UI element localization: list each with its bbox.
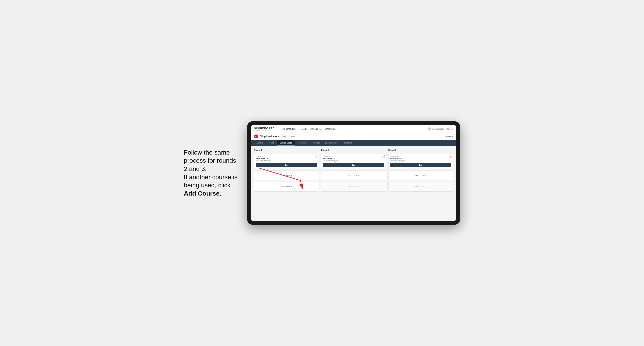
- tablet-screen: SCOREBOARD Powered by clippd TOURNAMENTS…: [251, 125, 456, 221]
- tab-leaderboards[interactable]: Leaderboards: [322, 140, 340, 146]
- round-3-plus-icon-2: +: [425, 185, 426, 188]
- round-2-course-tag: (Course A): [323, 155, 384, 157]
- round-3-add-course-1[interactable]: Add Course +: [388, 170, 453, 180]
- round-1-add-course-2[interactable]: Add Course +: [254, 182, 319, 192]
- round-1-plus-icon-1: +: [291, 174, 292, 176]
- round-3-delete-button[interactable]: ×: [449, 155, 452, 158]
- round-2-column: Round 2 × (Course A) Peachtree GC Yellow…: [321, 149, 386, 192]
- round-3-add-course-text-2: Add Course +: [415, 185, 426, 188]
- instruction-text: Follow the same process for rounds 2 and…: [184, 149, 238, 197]
- sub-header: C Clippd Invitational Men Hosting Cancel…: [251, 133, 456, 140]
- nav-separator: |: [445, 128, 446, 130]
- tab-details[interactable]: Details: [254, 140, 266, 146]
- brand-title: SCOREBOARD: [254, 127, 274, 130]
- round-1-course-card: × (Course A) Peachtree GC Yellow (M) (66…: [254, 154, 319, 169]
- round-2-plus-icon-2: +: [358, 185, 359, 188]
- round-2-plus-icon-1: +: [358, 174, 359, 176]
- round-3-plus-icon-1: +: [425, 174, 426, 176]
- round-2-add-course-text-1: Add Course +: [348, 174, 359, 176]
- round-1-course-name: Peachtree GC: [256, 158, 317, 160]
- round-1-column: Round 1 × (Course A) Peachtree GC Yellow…: [254, 149, 319, 192]
- round-1-add-course-1[interactable]: Add Course +: [254, 170, 319, 180]
- round-2-course-details: Yellow (M) (6629 yds): [323, 160, 384, 162]
- round-2-delete-button[interactable]: ×: [382, 155, 384, 158]
- round-2-add-course-1[interactable]: Add Course +: [321, 170, 386, 180]
- user-avatar: [428, 127, 431, 131]
- round-2-add-course-2: Add Course +: [321, 182, 386, 192]
- round-3-add-course-text-1: Add Course +: [415, 174, 426, 176]
- brand: SCOREBOARD Powered by clippd: [254, 127, 274, 131]
- round-3-course-name: Peachtree GC: [390, 158, 451, 160]
- main-content: Round 1 × (Course A) Peachtree GC Yellow…: [251, 146, 456, 221]
- nav-committee[interactable]: COMMITTEE: [310, 128, 322, 130]
- round-3-course-card: × (Course A) Peachtree GC Yellow (M) (66…: [388, 154, 453, 169]
- tab-bar: Details Teams Course Setup Tee Groups Re…: [251, 140, 456, 146]
- round-3-course-tag: (Course A): [390, 155, 451, 157]
- nav-right: blair@clippd.io | Sign out: [428, 127, 453, 131]
- round-2-course-card: × (Course A) Peachtree GC Yellow (M) (66…: [321, 154, 386, 169]
- round-3-add-course-2: Add Course +: [388, 182, 453, 192]
- tab-teams[interactable]: Teams: [266, 140, 277, 146]
- round-2-edit-button[interactable]: Edit: [323, 163, 384, 167]
- round-1-add-course-text-1: Add Course +: [281, 174, 292, 176]
- round-2-label: Round 2: [321, 149, 386, 151]
- nav-tournaments[interactable]: TOURNAMENTS: [280, 128, 296, 130]
- page-wrapper: Follow the same process for rounds 2 and…: [184, 121, 460, 225]
- tab-printables[interactable]: Printables: [340, 140, 354, 146]
- round-3-course-details: Yellow (M) (6629 yds): [390, 160, 451, 162]
- hosting-badge: Hosting: [289, 136, 295, 137]
- cancel-icon: ✕: [452, 136, 453, 138]
- cancel-label: Cancel: [444, 136, 451, 138]
- instruction-panel: Follow the same process for rounds 2 and…: [184, 149, 239, 198]
- user-email: blair@clippd.io: [432, 128, 444, 130]
- instruction-bold: Add Course.: [184, 190, 221, 197]
- round-1-course-details: Yellow (M) (6629 yds): [256, 160, 317, 162]
- tab-course-setup[interactable]: Course Setup: [277, 140, 294, 146]
- tournament-logo: C: [254, 135, 258, 138]
- round-3-label: Round 3: [388, 149, 453, 151]
- tournament-name: Clippd Invitational: [260, 135, 280, 138]
- round-2-course-name: Peachtree GC: [323, 158, 384, 160]
- tablet-screen-inner: SCOREBOARD Powered by clippd TOURNAMENTS…: [251, 125, 456, 221]
- round-2-add-course-text-2: Add Course +: [348, 185, 359, 188]
- tablet-frame: SCOREBOARD Powered by clippd TOURNAMENTS…: [247, 121, 460, 225]
- nav-rankings[interactable]: RANKINGS: [325, 128, 336, 130]
- cancel-button[interactable]: Cancel ✕: [444, 136, 453, 138]
- round-1-plus-icon-2: +: [291, 185, 292, 188]
- round-1-edit-button[interactable]: Edit: [256, 163, 317, 167]
- round-1-label: Round 1: [254, 149, 319, 151]
- tournament-info: C Clippd Invitational Men Hosting: [254, 135, 295, 138]
- top-nav: SCOREBOARD Powered by clippd TOURNAMENTS…: [251, 125, 456, 133]
- rounds-grid: Round 1 × (Course A) Peachtree GC Yellow…: [254, 149, 453, 192]
- nav-links: TOURNAMENTS TEAMS COMMITTEE RANKINGS: [280, 128, 424, 130]
- round-3-column: Round 3 × (Course A) Peachtree GC Yellow…: [388, 149, 453, 192]
- round-3-edit-button[interactable]: Edit: [390, 163, 451, 167]
- brand-subtitle: Powered by clippd: [254, 130, 274, 131]
- round-1-add-course-text-2: Add Course +: [281, 185, 292, 188]
- sign-out-link[interactable]: Sign out: [446, 128, 453, 130]
- round-1-delete-button[interactable]: ×: [315, 155, 318, 158]
- tab-results[interactable]: Results: [310, 140, 322, 146]
- tab-tee-groups[interactable]: Tee Groups: [294, 140, 310, 146]
- nav-teams[interactable]: TEAMS: [300, 128, 306, 130]
- round-1-course-tag: (Course A): [256, 155, 317, 157]
- tournament-gender: Men: [282, 135, 287, 138]
